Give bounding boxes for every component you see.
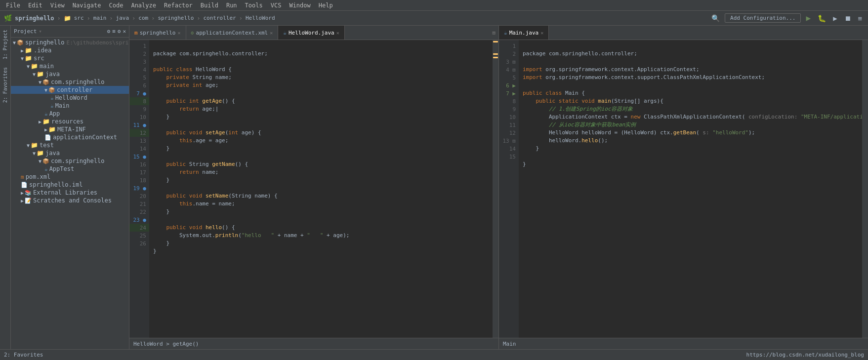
bc-src: src xyxy=(74,15,84,21)
tree-item-src[interactable]: ▼ 📁 src xyxy=(11,54,129,62)
run-button[interactable]: ▶ xyxy=(804,12,813,24)
tree-item-com-sh2[interactable]: ▼ 📦 com.springhello xyxy=(11,157,129,165)
menu-item-help[interactable]: Help xyxy=(315,1,337,10)
tree-item-extlib[interactable]: ▶ 📚 External Libraries xyxy=(11,189,129,197)
gutter-line-8: 8 xyxy=(129,97,149,105)
sync-icon[interactable]: ⚙ xyxy=(107,28,111,35)
mainclass-label: Main xyxy=(55,102,70,109)
menu-item-view[interactable]: View xyxy=(46,1,69,10)
tab-close-3[interactable]: ✕ xyxy=(336,30,339,36)
stop-button[interactable]: ⏹ xyxy=(842,13,853,23)
tab-main[interactable]: ☕ Main.java ✕ xyxy=(499,26,549,40)
menu-item-code[interactable]: Code xyxy=(105,1,127,10)
search-everywhere-icon[interactable]: 🔍 xyxy=(709,13,722,23)
rg-12: 12 xyxy=(499,129,519,137)
menu-item-analyze[interactable]: Analyze xyxy=(127,1,160,10)
gutter-line-18: 18 xyxy=(129,176,149,184)
tree-item-idea[interactable]: ▶ 📁 .idea xyxy=(11,46,129,54)
iml-icon: 📄 xyxy=(21,182,28,188)
tree-item-iml[interactable]: 📄 springhello.iml xyxy=(11,181,129,189)
test-icon: 📁 xyxy=(31,142,38,149)
gutter-line-11: 11 ● xyxy=(129,121,149,129)
tree-item-app[interactable]: ☕ App xyxy=(11,110,129,118)
idea-label: .idea xyxy=(34,47,51,54)
tree-item-mainclass[interactable]: ☕ Main xyxy=(11,102,129,110)
tree-item-java[interactable]: ▼ 📁 java xyxy=(11,70,129,78)
status-left: 2: Favorites xyxy=(4,352,43,358)
bc-main: main xyxy=(93,15,107,21)
tree-item-java2[interactable]: ▼ 📁 java xyxy=(11,149,129,157)
tree-item-apptest[interactable]: ☕ AppTest xyxy=(11,165,129,173)
apptest-icon: ☕ xyxy=(44,166,48,172)
xml-icon: 📄 xyxy=(44,134,51,141)
tab-helloword[interactable]: ☕ HelloWord.java ✕ xyxy=(278,26,344,40)
tree-item-root[interactable]: ▼ 📦 springhello E:\githubdemos\spri xyxy=(11,39,129,46)
right-editor-gutter xyxy=(862,40,868,338)
left-code[interactable]: package com.springhello.controller; publ… xyxy=(149,40,493,338)
bc-main-file: Main xyxy=(503,341,516,347)
tree-item-helloword[interactable]: ☕ HelloWord xyxy=(11,94,129,102)
tab-j-icon1: ☕ xyxy=(283,30,287,36)
main-area: 1: Project 2: Favorites Project ▾ ⚙ ≡ ⚙ … xyxy=(0,26,868,349)
menu-item-edit[interactable]: Edit xyxy=(24,1,46,10)
pkg2-icon: 📦 xyxy=(42,158,49,164)
add-config-button[interactable]: Add Configuration... xyxy=(725,13,801,23)
close-sidebar-icon[interactable]: ✕ xyxy=(123,28,126,35)
scratches-label: Scratches and Consoles xyxy=(33,197,112,204)
resources-icon: 📁 xyxy=(42,118,50,125)
tree-item-controller[interactable]: ▼ 📦 controller xyxy=(11,86,129,94)
tree-item-pom[interactable]: m pom.xml xyxy=(11,173,129,181)
menu-item-navigate[interactable]: Navigate xyxy=(69,1,105,10)
extlib-icon: 📚 xyxy=(25,190,32,196)
tree-item-main[interactable]: ▼ 📁 main xyxy=(11,62,129,70)
breadcrumb-sep3: › xyxy=(109,15,113,22)
more-actions-button[interactable]: ≡ xyxy=(856,13,864,23)
gutter-line-16: 16 xyxy=(129,160,149,168)
tab-j-icon2: ☕ xyxy=(504,30,507,36)
tab-close-1[interactable]: ✕ xyxy=(177,30,180,36)
menu-item-run[interactable]: Run xyxy=(222,1,241,10)
rg-6: 6 ▶ xyxy=(499,81,519,89)
tree-item-appctx[interactable]: 📄 applicationContext xyxy=(11,133,129,141)
run-with-coverage-button[interactable]: ▶ xyxy=(831,13,839,23)
project-panel-toggle[interactable]: 1: Project xyxy=(1,26,9,63)
menu-item-vcs[interactable]: VCS xyxy=(267,1,286,10)
tab-xml-icon: ⚙ xyxy=(191,30,194,36)
collapse-icon[interactable]: ≡ xyxy=(112,28,116,35)
bc-java: java xyxy=(116,15,129,21)
editors-row: 1 2 3 4 5 6 7 ● 8 9 10 11 ● 12 13 14 xyxy=(129,40,868,338)
gear-icon[interactable]: ⚙ xyxy=(118,28,121,35)
tab-springhello[interactable]: m springhello ✕ xyxy=(129,26,186,40)
iml-label: springhello.iml xyxy=(29,181,83,188)
breadcrumb-sep6: › xyxy=(197,15,200,22)
gutter-line-4: 4 xyxy=(129,66,149,74)
tree-item-com-springhello[interactable]: ▼ 📦 com.springhello xyxy=(11,78,129,86)
menu-item-window[interactable]: Window xyxy=(285,1,314,10)
left-editor: 1 2 3 4 5 6 7 ● 8 9 10 11 ● 12 13 14 xyxy=(129,40,498,338)
debug-button[interactable]: 🐛 xyxy=(816,13,828,23)
meta-label: META-INF xyxy=(57,126,86,133)
gutter-line-22: 22 xyxy=(129,208,149,216)
tree-item-meta[interactable]: ▶ 📁 META-INF xyxy=(11,125,129,133)
menu-item-build[interactable]: Build xyxy=(197,1,222,10)
tab-close-2[interactable]: ✕ xyxy=(270,30,273,36)
menu-item-file[interactable]: File xyxy=(2,1,24,10)
right-gutter-nums: 1 2 3 ⊞ 4 ⊞ 5 6 ▶ 7 ▶ 8 9 10 11 12 13 ⊞ … xyxy=(499,40,519,338)
tab-bars-row: m springhello ✕ ⚙ applicationContext.xml… xyxy=(129,26,868,40)
menu-item-tools[interactable]: Tools xyxy=(241,1,267,10)
favorites-label: 2: Favorites xyxy=(4,352,43,358)
menu-item-refactor[interactable]: Refactor xyxy=(160,1,197,10)
tree-item-resources[interactable]: ▶ 📁 resources xyxy=(11,118,129,125)
tree-item-scratches[interactable]: ▶ 📝 Scratches and Consoles xyxy=(11,197,129,204)
tree-item-test[interactable]: ▼ 📁 test xyxy=(11,141,129,149)
split-button[interactable]: ⊞ xyxy=(489,26,498,40)
tab-appctx[interactable]: ⚙ applicationContext.xml ✕ xyxy=(186,26,279,40)
tab-close-4[interactable]: ✕ xyxy=(540,30,543,36)
left-right-gutter xyxy=(493,40,498,338)
right-code[interactable]: package com.springhello.controller; impo… xyxy=(519,40,862,338)
favorites-toggle[interactable]: 2: Favorites xyxy=(1,63,9,107)
app-container: File Edit View Navigate Code Analyze Ref… xyxy=(0,0,868,360)
rg-9: 9 xyxy=(499,105,519,113)
gutter-line-7: 7 ● xyxy=(129,89,149,97)
gutter-line-21: 21 xyxy=(129,200,149,208)
